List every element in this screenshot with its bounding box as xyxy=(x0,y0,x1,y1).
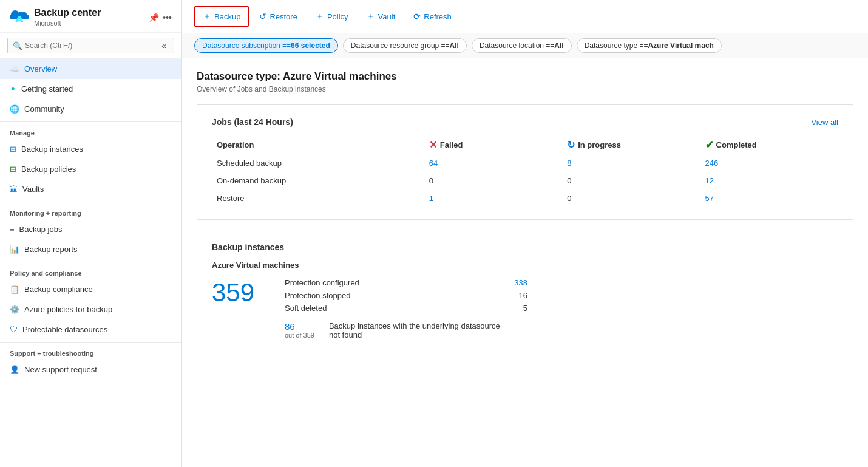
azure-policies-icon: ⚙️ xyxy=(10,305,19,314)
failed-cell: 1 xyxy=(424,189,562,207)
pin-icon[interactable]: 📌 xyxy=(149,13,159,22)
sidebar-item-label: Community xyxy=(24,104,64,114)
sidebar-item-label: New support request xyxy=(24,365,97,374)
backup-button[interactable]: ＋ Backup xyxy=(194,6,249,27)
sidebar-item-label: Protectable datasources xyxy=(22,325,107,334)
search-icon: 🔍 xyxy=(13,41,22,50)
inprogress-cell: 0 xyxy=(562,172,700,189)
col-completed-header: ✔ Completed xyxy=(700,135,838,154)
sidebar-item-new-support-request[interactable]: 👤 New support request xyxy=(0,360,181,380)
sidebar-item-community[interactable]: 🌐 Community xyxy=(0,99,181,119)
filter-location[interactable]: Datasource location == All xyxy=(472,38,572,53)
sidebar: Backup center Microsoft 📌 ••• 🔍 « ☁️ Ove… xyxy=(0,0,182,467)
col-failed-header: ✕ Failed xyxy=(424,135,562,154)
instances-card-title: Backup instances xyxy=(212,242,838,252)
backup-policies-icon: ⊟ xyxy=(10,165,16,174)
inprogress-link[interactable]: 8 xyxy=(567,159,571,168)
sidebar-item-backup-jobs[interactable]: ≡ Backup jobs xyxy=(0,219,181,239)
sidebar-item-label: Backup instances xyxy=(21,145,83,154)
search-input[interactable] xyxy=(25,41,122,50)
main-content: ＋ Backup ↺ Restore ＋ Policy ＋ Vault ⟳ Re… xyxy=(182,0,868,467)
sidebar-item-vaults[interactable]: 🏛 Vaults xyxy=(0,179,181,199)
list-item: Soft deleted 5 xyxy=(285,304,527,313)
page-subtitle: Overview of Jobs and Backup instances xyxy=(197,85,853,94)
sidebar-item-label: Getting started xyxy=(21,84,73,94)
sidebar-item-getting-started[interactable]: ✦ Getting started xyxy=(0,79,181,99)
completed-cell: 57 xyxy=(700,189,838,207)
sidebar-item-overview[interactable]: ☁️ Overview xyxy=(0,59,181,79)
backup-jobs-icon: ≡ xyxy=(10,225,15,234)
completed-link[interactable]: 246 xyxy=(705,159,719,168)
nav-section-monitoring: ≡ Backup jobs 📊 Backup reports xyxy=(0,219,181,259)
community-icon: 🌐 xyxy=(10,104,19,114)
inprogress-status-icon: ↻ xyxy=(567,139,575,151)
sidebar-item-protectable-datasources[interactable]: 🛡 Protectable datasources xyxy=(0,319,181,339)
backup-reports-icon: 📊 xyxy=(10,245,19,254)
app-subtitle: Microsoft xyxy=(34,19,61,27)
page-title: Datasource type: Azure Virtual machines xyxy=(197,70,853,83)
sidebar-item-backup-reports[interactable]: 📊 Backup reports xyxy=(0,239,181,259)
support-section-label: Support + troubleshooting xyxy=(0,342,181,360)
support-icon: 👤 xyxy=(10,365,19,374)
plus-icon: ＋ xyxy=(203,11,211,22)
filter-resource-group[interactable]: Datasource resource group == All xyxy=(343,38,467,53)
table-row: On-demand backup 0 0 12 xyxy=(212,172,838,189)
app-title: Backup center xyxy=(34,7,101,18)
collapse-sidebar-button[interactable]: « xyxy=(159,41,169,50)
restore-button[interactable]: ↺ Restore xyxy=(251,7,305,26)
protection-stopped-value: 16 xyxy=(503,291,527,300)
col-progress-header: ↻ In progress xyxy=(562,135,700,154)
failed-cell: 64 xyxy=(424,154,562,172)
operation-cell: Scheduled backup xyxy=(212,154,424,172)
instances-layout: 359 Protection configured 338 Protection… xyxy=(212,278,838,339)
instances-total-count: 359 xyxy=(212,278,260,307)
completed-link[interactable]: 57 xyxy=(705,194,714,203)
policy-button[interactable]: ＋ Policy xyxy=(308,7,356,26)
nav-section-manage: ⊞ Backup instances ⊟ Backup policies 🏛 V… xyxy=(0,139,181,199)
failed-status-icon: ✕ xyxy=(429,139,437,151)
sidebar-item-backup-compliance[interactable]: 📋 Backup compliance xyxy=(0,279,181,299)
sidebar-item-azure-policies[interactable]: ⚙️ Azure policies for backup xyxy=(0,299,181,319)
sidebar-item-label: Backup reports xyxy=(24,245,77,254)
completed-cell: 246 xyxy=(700,154,838,172)
list-item: Protection configured 338 xyxy=(285,278,527,287)
nav-section-top: ☁️ Overview ✦ Getting started 🌐 Communit… xyxy=(0,59,181,119)
jobs-card-title: Jobs (last 24 Hours) View all xyxy=(212,117,838,127)
refresh-button[interactable]: ⟳ Refresh xyxy=(405,7,459,26)
col-operation-header: Operation xyxy=(212,135,424,154)
sidebar-header: Backup center Microsoft 📌 ••• xyxy=(0,0,181,33)
monitoring-section-label: Monitoring + reporting xyxy=(0,202,181,219)
completed-cell: 12 xyxy=(700,172,838,189)
instances-details: Protection configured 338 Protection sto… xyxy=(285,278,527,339)
inprogress-cell: 0 xyxy=(562,189,700,207)
completed-link[interactable]: 12 xyxy=(705,176,714,185)
page-content: Datasource type: Azure Virtual machines … xyxy=(182,58,868,467)
filter-datasource-type[interactable]: Datasource type == Azure Virtual mach xyxy=(577,38,722,53)
protection-configured-value[interactable]: 338 xyxy=(503,278,527,287)
vault-button[interactable]: ＋ Vault xyxy=(359,7,404,26)
footer-sub-text: out of 359 xyxy=(285,332,314,339)
filter-bar: Datasource subscription == 66 selected D… xyxy=(182,33,868,58)
instances-section-title: Azure Virtual machines xyxy=(212,261,838,270)
filter-subscription[interactable]: Datasource subscription == 66 selected xyxy=(194,38,338,53)
nav-section-policy: 📋 Backup compliance ⚙️ Azure policies fo… xyxy=(0,279,181,339)
sidebar-item-backup-instances[interactable]: ⊞ Backup instances xyxy=(0,139,181,159)
sidebar-item-backup-policies[interactable]: ⊟ Backup policies xyxy=(0,159,181,179)
nav-section-support: 👤 New support request xyxy=(0,360,181,380)
more-icon[interactable]: ••• xyxy=(163,13,172,22)
instances-footer: 86 out of 359 Backup instances with the … xyxy=(285,321,527,339)
policy-icon: ＋ xyxy=(316,11,324,22)
getting-started-icon: ✦ xyxy=(10,84,16,94)
sidebar-item-label: Backup compliance xyxy=(24,285,93,294)
failed-link[interactable]: 1 xyxy=(429,194,433,203)
vault-icon: ＋ xyxy=(367,11,375,22)
manage-section-label: Manage xyxy=(0,121,181,139)
policy-section-label: Policy and compliance xyxy=(0,262,181,279)
view-all-jobs-link[interactable]: View all xyxy=(811,118,838,127)
vaults-icon: 🏛 xyxy=(10,185,18,194)
soft-deleted-value: 5 xyxy=(503,304,527,313)
footer-count-link[interactable]: 86 xyxy=(285,321,314,332)
failed-link[interactable]: 64 xyxy=(429,159,438,168)
operation-cell: On-demand backup xyxy=(212,172,424,189)
sidebar-item-label: Backup jobs xyxy=(19,225,63,234)
